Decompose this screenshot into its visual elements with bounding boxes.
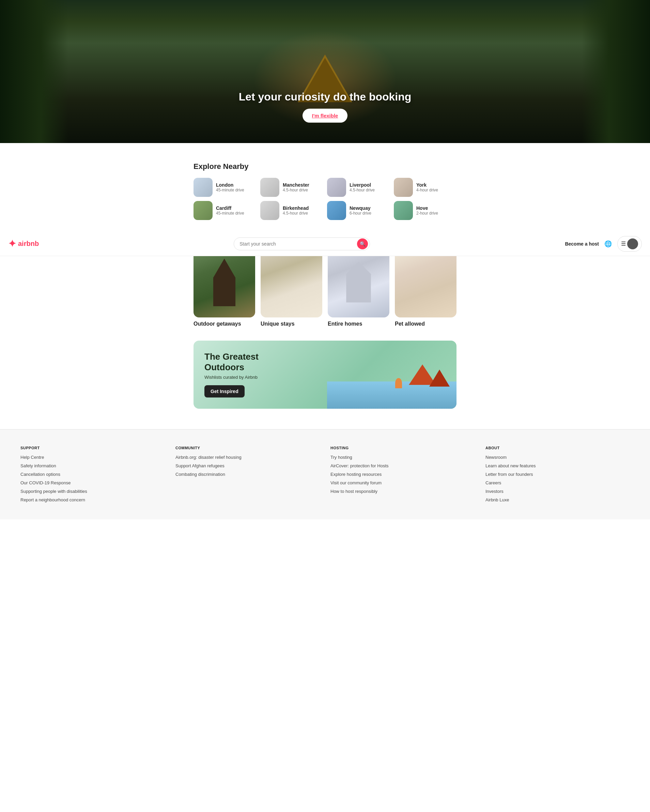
nearby-thumb — [327, 201, 346, 220]
footer-link[interactable]: Support Afghan refugees — [175, 463, 320, 468]
footer-link[interactable]: Supporting people with disabilities — [20, 489, 165, 494]
airbnb-icon: ✦ — [8, 238, 16, 249]
profile-avatar[interactable] — [627, 238, 638, 249]
footer-grid: SUPPORTHelp CentreSafety informationCanc… — [20, 446, 630, 506]
globe-icon: 🌐 — [604, 240, 612, 247]
place-card-image — [194, 249, 255, 317]
nearby-drive: 6-hour drive — [349, 211, 371, 215]
footer-column: SUPPORTHelp CentreSafety informationCanc… — [20, 446, 165, 506]
footer-link[interactable]: Airbnb Luxe — [485, 497, 630, 502]
footer-link[interactable]: Cancellation options — [20, 472, 165, 477]
nearby-drive: 4-hour drive — [416, 188, 438, 192]
footer-link[interactable]: Combating discrimination — [175, 472, 320, 477]
place-card-label: Outdoor getaways — [194, 321, 255, 327]
banner-cabin2 — [429, 369, 450, 386]
banner-subtitle: Wishlists curated by Airbnb — [204, 375, 273, 380]
search-input[interactable] — [234, 237, 370, 250]
footer-link[interactable]: Letter from our founders — [485, 472, 630, 477]
nearby-city: Liverpool — [349, 182, 375, 188]
nearby-drive: 4.5-hour drive — [283, 211, 309, 215]
nearby-item[interactable]: Cardiff 45-minute drive — [194, 201, 256, 220]
nearby-item[interactable]: Liverpool 4.5-hour drive — [327, 178, 390, 197]
footer-col-title: SUPPORT — [20, 446, 165, 450]
nearby-thumb — [260, 178, 279, 197]
nearby-thumb — [394, 178, 413, 197]
search-icon: 🔍 — [360, 241, 366, 247]
nearby-drive: 45-minute drive — [216, 211, 244, 215]
place-card-image — [261, 249, 322, 317]
footer-link[interactable]: Airbnb.org: disaster relief housing — [175, 455, 320, 460]
greatest-outdoors-banner: The Greatest Outdoors Wishlists curated … — [194, 340, 456, 409]
footer-col-title: HOSTING — [330, 446, 475, 450]
footer-link[interactable]: Our COVID-19 Response — [20, 480, 165, 485]
nearby-drive: 4.5-hour drive — [349, 188, 375, 192]
flexible-button[interactable]: I'm flexible — [302, 108, 348, 123]
menu-icon: ☰ — [621, 240, 626, 247]
navbar-search-container: 🔍 — [234, 237, 370, 250]
banner-content: The Greatest Outdoors Wishlists curated … — [204, 351, 273, 397]
footer-link[interactable]: Careers — [485, 480, 630, 485]
footer-link[interactable]: Explore hosting resources — [330, 472, 475, 477]
footer-link[interactable]: AirCover: protection for Hosts — [330, 463, 475, 468]
footer-column: COMMUNITYAirbnb.org: disaster relief hou… — [175, 446, 320, 506]
footer-col-title: ABOUT — [485, 446, 630, 450]
nearby-drive: 2-hour drive — [416, 211, 438, 215]
place-card-label: Entire homes — [328, 321, 389, 327]
search-button[interactable]: 🔍 — [357, 238, 368, 249]
footer-link[interactable]: Learn about new features — [485, 463, 630, 468]
nearby-item[interactable]: York 4-hour drive — [394, 178, 456, 197]
nearby-thumb — [327, 178, 346, 197]
footer-link[interactable]: Try hosting — [330, 455, 475, 460]
nearby-city: Hove — [416, 205, 438, 211]
get-inspired-button[interactable]: Get Inspired — [204, 385, 245, 397]
footer-column: ABOUTNewsroomLearn about new featuresLet… — [485, 446, 630, 506]
place-card[interactable]: Entire homes — [328, 249, 389, 327]
tree-right — [582, 0, 650, 143]
hero-section: Let your curiosity do the booking I'm fl… — [0, 0, 650, 143]
cabin-illustration — [298, 61, 352, 116]
language-button[interactable]: 🌐 — [604, 240, 612, 247]
nearby-city: London — [216, 182, 244, 188]
airbnb-logo[interactable]: ✦ airbnb — [8, 238, 39, 249]
banner-person — [395, 378, 402, 388]
explore-nearby-section: Explore Nearby London 45-minute drive Ma… — [194, 162, 456, 220]
footer-link[interactable]: Report a neighbourhood concern — [20, 497, 165, 502]
place-card[interactable]: Unique stays — [261, 249, 322, 327]
banner-illustration — [327, 340, 456, 409]
nearby-city: Birkenhead — [283, 205, 309, 211]
footer-link[interactable]: Newsroom — [485, 455, 630, 460]
nearby-item[interactable]: Newquay 6-hour drive — [327, 201, 390, 220]
main-content: Explore Nearby London 45-minute drive Ma… — [185, 143, 465, 409]
nearby-item[interactable]: Manchester 4.5-hour drive — [260, 178, 323, 197]
footer-link[interactable]: Investors — [485, 489, 630, 494]
nearby-drive: 4.5-hour drive — [283, 188, 309, 192]
logo-text: airbnb — [18, 240, 39, 247]
navbar-right: Become a host 🌐 ☰ — [565, 236, 642, 252]
place-card-image — [328, 249, 389, 317]
footer-link[interactable]: Visit our community forum — [330, 480, 475, 485]
place-card-image — [395, 249, 456, 317]
footer: SUPPORTHelp CentreSafety informationCanc… — [0, 429, 650, 519]
nearby-thumb — [194, 178, 212, 197]
tree-left — [0, 0, 68, 143]
nearby-item[interactable]: London 45-minute drive — [194, 178, 256, 197]
place-card[interactable]: Outdoor getaways — [194, 249, 255, 327]
profile-menu-group[interactable]: ☰ — [617, 236, 642, 252]
footer-column: HOSTINGTry hostingAirCover: protection f… — [330, 446, 475, 506]
footer-link[interactable]: How to host responsibly — [330, 489, 475, 494]
footer-link[interactable]: Safety information — [20, 463, 165, 468]
nearby-city: Cardiff — [216, 205, 244, 211]
nearby-item[interactable]: Birkenhead 4.5-hour drive — [260, 201, 323, 220]
explore-nearby-title: Explore Nearby — [194, 162, 456, 171]
banner-title: The Greatest Outdoors — [204, 351, 273, 372]
place-cards-row: Outdoor getaways Unique stays Entire hom… — [194, 249, 456, 327]
nearby-city: Manchester — [283, 182, 309, 188]
place-card[interactable]: Pet allowed — [395, 249, 456, 327]
place-card-label: Pet allowed — [395, 321, 456, 327]
nearby-item[interactable]: Hove 2-hour drive — [394, 201, 456, 220]
footer-col-title: COMMUNITY — [175, 446, 320, 450]
nearby-thumb — [194, 201, 212, 220]
nearby-city: Newquay — [349, 205, 371, 211]
become-host-link[interactable]: Become a host — [565, 241, 599, 247]
footer-link[interactable]: Help Centre — [20, 455, 165, 460]
